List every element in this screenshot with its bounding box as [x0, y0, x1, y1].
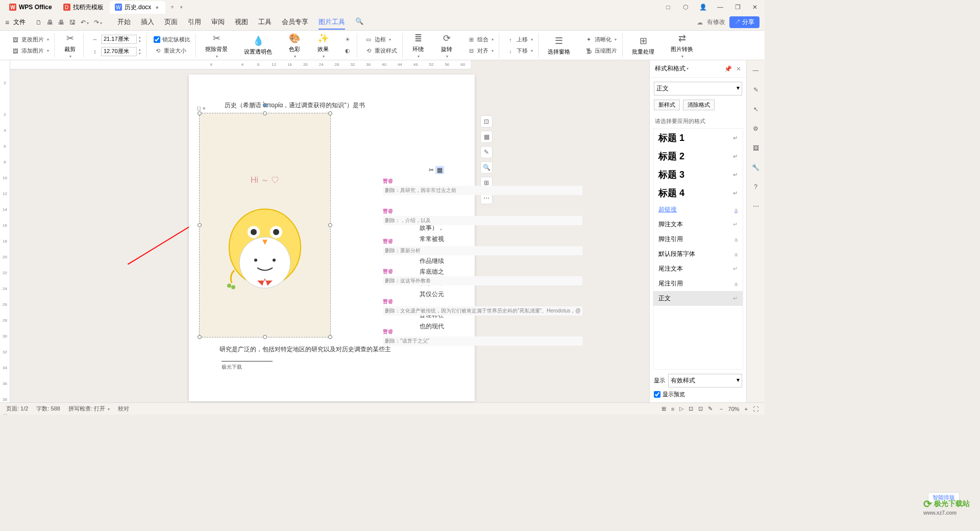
- app-tab[interactable]: W WPS Office: [4, 2, 57, 13]
- height-field[interactable]: ↕▴▾: [89, 46, 143, 57]
- tab-template[interactable]: D 找稻壳模板: [58, 1, 109, 14]
- tab-view[interactable]: 视图: [235, 15, 248, 30]
- color-button[interactable]: 🎨色彩▾: [284, 30, 305, 61]
- print-preview-icon[interactable]: 🖶: [58, 19, 64, 26]
- tab-list-button[interactable]: ▾: [178, 5, 185, 10]
- print-icon[interactable]: 🖶: [47, 19, 53, 26]
- resize-handle-l[interactable]: [198, 223, 202, 227]
- comment-item[interactable]: 曹睿删除：文化遗产被传统，因为它们被肯定属于世界历史科的"死私清重"。Herod…: [383, 298, 582, 316]
- rotate-button[interactable]: ⟳旋转▾: [436, 30, 457, 61]
- view-icon-3[interactable]: ▷: [679, 405, 683, 412]
- search-icon[interactable]: 🔍: [355, 15, 363, 30]
- float-tool-style[interactable]: ▦: [480, 131, 493, 143]
- comment-item[interactable]: 曹睿删除：真研究，因非常过去之前: [383, 178, 582, 195]
- resize-handle-t[interactable]: [263, 111, 267, 115]
- set-transparent-button[interactable]: 💧设置透明色: [240, 33, 276, 58]
- effect-button[interactable]: ✨效果▾: [313, 30, 333, 61]
- resize-handle-b[interactable]: [263, 335, 267, 339]
- canvas-area[interactable]: 44812162024283236404448525660 ⊡ ▾ 历史（希腊语…: [10, 60, 649, 402]
- change-picture-button[interactable]: 🖼更改图片▾: [9, 35, 51, 45]
- tab-picture-tools[interactable]: 图片工具: [318, 15, 345, 30]
- zoom-level[interactable]: 70%: [728, 406, 740, 412]
- win-minimize-icon[interactable]: —: [715, 2, 726, 13]
- style-item[interactable]: 默认段落字体a: [653, 247, 743, 261]
- zoom-in-button[interactable]: +: [743, 406, 750, 412]
- style-item[interactable]: 标题 2↵: [653, 147, 743, 165]
- zoom-fit-icon[interactable]: ⛶: [753, 406, 758, 412]
- tab-review[interactable]: 审阅: [211, 15, 225, 30]
- resize-handle-br[interactable]: [328, 335, 332, 339]
- style-item[interactable]: 超链接a: [653, 202, 743, 217]
- win-panel-icon[interactable]: □: [663, 2, 674, 13]
- show-filter-select[interactable]: 有效样式▾: [668, 374, 742, 388]
- style-item[interactable]: 脚注文本↵: [653, 217, 743, 232]
- current-style-select[interactable]: 正文▾: [654, 82, 742, 95]
- convert-button[interactable]: ⇄图片转换▾: [667, 30, 697, 61]
- comment-item[interactable]: 曹睿删除：这这等外教卷: [383, 268, 582, 285]
- wrap-button[interactable]: ≣环绕▾: [408, 30, 428, 61]
- style-item[interactable]: 标题 1↵: [653, 129, 743, 147]
- add-picture-button[interactable]: 🖼添加图片▾: [9, 46, 51, 56]
- hamburger-icon[interactable]: ≡: [5, 18, 9, 27]
- compress-button[interactable]: 🗜压缩图片: [582, 46, 619, 56]
- tab-page[interactable]: 页面: [164, 15, 178, 30]
- view-icon-2[interactable]: ≡: [671, 406, 674, 412]
- contrast-button[interactable]: ◐: [341, 46, 354, 56]
- settings-icon[interactable]: ⚙: [751, 124, 761, 134]
- reset-style-button[interactable]: ⟲重设样式: [362, 46, 399, 56]
- pen-icon[interactable]: ✎: [751, 85, 761, 95]
- move-down-button[interactable]: ↓下移▾: [504, 46, 535, 56]
- float-tool-layout[interactable]: ⊡: [480, 115, 493, 128]
- zoom-out-button[interactable]: −: [718, 406, 725, 412]
- cloud-sync-icon[interactable]: ☁: [697, 19, 703, 26]
- new-icon[interactable]: 🗋: [36, 19, 42, 26]
- crop-button[interactable]: ✂裁剪▾: [60, 30, 80, 61]
- file-menu[interactable]: 文件: [13, 18, 26, 27]
- tab-reference[interactable]: 引用: [188, 15, 201, 30]
- redo-icon[interactable]: ↷▾: [94, 19, 102, 26]
- pin-icon[interactable]: 📌: [724, 65, 732, 73]
- width-field[interactable]: ↔▴▾: [89, 34, 143, 45]
- comment-item[interactable]: 曹睿删除：重新分析: [383, 238, 582, 255]
- word-count[interactable]: 字数: 588: [36, 405, 60, 413]
- new-style-button[interactable]: 新样式: [654, 100, 680, 110]
- win-maximize-icon[interactable]: ❐: [732, 2, 743, 13]
- image-icon[interactable]: 🖼: [751, 143, 761, 153]
- comment-item[interactable]: 曹睿删除：，介绍，以及: [383, 208, 582, 225]
- collapse-icon[interactable]: —: [751, 65, 761, 76]
- move-up-button[interactable]: ↑上移▾: [504, 35, 535, 45]
- rotate-handle[interactable]: [263, 103, 267, 107]
- resize-handle-tr[interactable]: [328, 111, 332, 115]
- tab-document[interactable]: W 历史.docx ●: [110, 1, 165, 14]
- style-item[interactable]: 尾注引用a: [653, 276, 743, 291]
- help-icon[interactable]: ?: [751, 182, 761, 192]
- crisp-button[interactable]: ✦清晰化▾: [582, 35, 619, 45]
- win-cube-icon[interactable]: ⬡: [680, 2, 691, 13]
- remove-bg-button[interactable]: ✂抠除背景▾: [201, 30, 232, 61]
- paragraph-marker-icon[interactable]: ⊡ ▾: [197, 105, 206, 112]
- win-user-icon[interactable]: 👤: [697, 2, 708, 13]
- view-icon-4[interactable]: ⊡: [689, 405, 693, 412]
- float-tool-edit[interactable]: ✎: [480, 146, 493, 158]
- align-button[interactable]: ⊟对齐▾: [465, 46, 496, 56]
- resize-handle-bl[interactable]: [198, 335, 202, 339]
- resize-handle-r[interactable]: [328, 223, 332, 227]
- tab-member[interactable]: 会员专享: [282, 15, 308, 30]
- style-item[interactable]: 尾注文本↵: [653, 261, 743, 276]
- group-button[interactable]: ⊞组合▾: [465, 35, 496, 45]
- tab-insert[interactable]: 插入: [141, 15, 154, 30]
- style-item[interactable]: 脚注引用a: [653, 232, 743, 247]
- resize-handle-tl[interactable]: [198, 111, 202, 115]
- tab-tools[interactable]: 工具: [258, 15, 272, 30]
- batch-button[interactable]: ⊞批量处理: [628, 33, 658, 58]
- view-icon-5[interactable]: ⊡: [698, 405, 703, 412]
- view-icon-6[interactable]: ✎: [708, 405, 713, 412]
- tab-start[interactable]: 开始: [117, 15, 131, 30]
- selected-image[interactable]: Hi ～ ♡: [199, 113, 331, 337]
- style-item[interactable]: 标题 4↵: [653, 184, 743, 202]
- style-item[interactable]: 标题 3↵: [653, 165, 743, 184]
- comment-item[interactable]: 曹睿删除："该算于之父": [383, 328, 582, 346]
- cursor-icon[interactable]: ↖: [751, 104, 761, 114]
- more-icon[interactable]: ⋯: [751, 201, 761, 211]
- show-preview-checkbox[interactable]: 显示预览: [654, 391, 742, 398]
